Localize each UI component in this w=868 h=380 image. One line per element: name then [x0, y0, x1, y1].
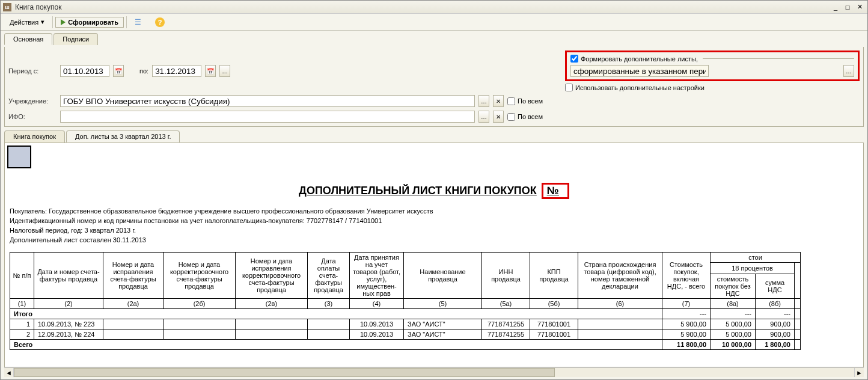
maximize-button[interactable]: □ — [842, 2, 853, 12]
close-button[interactable]: ✕ — [854, 2, 865, 12]
ifo-dots-button[interactable]: … — [478, 111, 489, 123]
settings-icon — [135, 18, 143, 26]
org-clear-button[interactable]: ✕ — [493, 95, 504, 107]
org-all-label: По всем — [518, 97, 543, 105]
th-7: Стоимость покупок, включая НДС, - всего — [662, 253, 711, 299]
th-3: Дата оплаты счета-фактуры продавца — [308, 253, 350, 299]
ifo-all-checkbox[interactable] — [507, 113, 515, 121]
period-line: Налоговый период, год: 3 квартал 2013 г. — [10, 225, 858, 235]
th-num: № п/п — [10, 253, 34, 299]
actions-label: Действия — [10, 19, 38, 26]
cn-7: (7) — [662, 299, 711, 309]
table-cell — [578, 319, 662, 329]
window-title: Книга покупок — [15, 3, 61, 11]
calendar-icon[interactable]: 📅 — [113, 65, 124, 77]
table-cell — [578, 329, 662, 340]
table-cell — [308, 329, 350, 340]
th-4: Дата принятия на учет товаров (работ, ус… — [350, 253, 404, 299]
report-title: ДОПОЛНИТЕЛЬНЫЙ ЛИСТ КНИГИ ПОКУПОК № — [5, 183, 863, 199]
calendar-icon[interactable]: 📅 — [205, 65, 216, 77]
table-cell: --- — [711, 309, 756, 319]
fieldset-line — [703, 58, 854, 59]
table-cell — [795, 340, 801, 350]
top-tabs: Основная Подписи Книга покупок по Постан… — [4, 33, 864, 45]
cn-2a: (2а) — [103, 299, 164, 309]
ifo-all-label: По всем — [518, 113, 543, 120]
play-icon — [61, 19, 66, 25]
scroll-left-icon[interactable]: ◄ — [4, 368, 14, 377]
form-button[interactable]: Сформировать — [55, 17, 124, 28]
table-cell: ЗАО "АИСТ" — [404, 319, 482, 329]
inn-line: Идентификационный номер и код причины по… — [10, 216, 858, 225]
cn-2b: (2б) — [164, 299, 236, 309]
org-label: Учреждение: — [8, 97, 57, 105]
table-cell: --- — [662, 309, 711, 319]
ifo-clear-button[interactable]: ✕ — [493, 111, 504, 123]
period-to-label: по: — [139, 67, 148, 75]
table-cell: 5 900,00 — [662, 319, 711, 329]
report-tabs: Книга покупок Доп. листы за 3 квартал 20… — [4, 130, 864, 142]
table-cell: 10 000,00 — [711, 340, 756, 350]
highlighted-options: Формировать дополнительные листы, … — [565, 51, 860, 81]
scroll-thumb[interactable] — [14, 368, 555, 377]
table-cell: Всего — [10, 340, 662, 350]
th-6: Страна происхождения товара (цифровой ко… — [578, 253, 662, 299]
table-cell — [164, 319, 236, 329]
org-all-checkbox[interactable] — [507, 97, 515, 105]
table-cell: 2 — [10, 329, 34, 340]
period-dots-button[interactable]: … — [219, 65, 230, 77]
table-cell — [103, 319, 164, 329]
cn-2: (2) — [34, 299, 103, 309]
period-from-label: Период с: — [8, 67, 57, 75]
period-from-input[interactable] — [60, 65, 109, 77]
cn-edge — [795, 299, 801, 309]
report-title-text: ДОПОЛНИТЕЛЬНЫЙ ЛИСТ КНИГИ ПОКУПОК — [299, 185, 537, 197]
tab-signatures[interactable]: Подписи — [53, 33, 98, 45]
table-cell — [236, 329, 308, 340]
extra-sheets-mode-input[interactable] — [570, 65, 709, 77]
cn-5: (5) — [404, 299, 482, 309]
table-cell: 1 800,00 — [756, 340, 795, 350]
toolbar: Действия ▾ Сформировать ? — [1, 14, 867, 31]
th-5a: ИНН продавца — [482, 253, 530, 299]
buyer-info: Покупатель: Государственное образователь… — [5, 204, 863, 247]
table-cell: 1 — [10, 319, 34, 329]
report-viewport[interactable]: ДОПОЛНИТЕЛЬНЫЙ ЛИСТ КНИГИ ПОКУПОК № Поку… — [4, 142, 864, 367]
extra-settings-checkbox[interactable] — [565, 84, 573, 91]
org-dots-button[interactable]: … — [478, 95, 489, 107]
filter-panel: Период с: 📅 по: 📅 … Формировать дополнит… — [4, 47, 864, 127]
table-cell: 12.09.2013, № 224 — [34, 329, 103, 340]
th-2v: Номер и дата исправления корректировочно… — [236, 253, 308, 299]
th-18pct: 18 процентов — [711, 263, 795, 274]
horizontal-scrollbar[interactable]: ◄ ► — [4, 367, 864, 377]
th-5: Наименование продавца — [404, 253, 482, 299]
tab-book[interactable]: Книга покупок — [4, 130, 65, 142]
cn-5a: (5а) — [482, 299, 530, 309]
table-cell — [795, 319, 801, 329]
help-button[interactable]: ? — [150, 16, 170, 29]
actions-dropdown[interactable]: Действия ▾ — [4, 16, 50, 28]
table-cell: 900,00 — [756, 319, 795, 329]
table-cell: 7718741255 — [482, 319, 530, 329]
extra-sheets-checkbox[interactable] — [570, 55, 578, 63]
extra-sheets-label: Формировать дополнительные листы, — [581, 55, 698, 63]
table-cell: 10.09.2013 — [350, 329, 404, 340]
th-2a: Номер и дата исправления счета-фактуры п… — [103, 253, 164, 299]
extra-settings-label: Использовать дополнительные настройки — [575, 84, 704, 91]
cn-2v: (2в) — [236, 299, 308, 309]
minimize-button[interactable]: _ — [830, 2, 841, 12]
tab-main[interactable]: Основная — [4, 33, 52, 45]
table-cell: 771801001 — [530, 329, 578, 340]
mode-dots-button[interactable]: … — [843, 65, 854, 77]
org-input[interactable] — [60, 95, 475, 107]
th-stoi: стои — [711, 253, 801, 263]
cn-6: (6) — [578, 299, 662, 309]
help-icon: ? — [155, 17, 165, 27]
scroll-right-icon[interactable]: ► — [854, 368, 864, 377]
titlebar: ш Книга покупок _ □ ✕ — [1, 1, 867, 14]
table-cell: 7718741255 — [482, 329, 530, 340]
ifo-input[interactable] — [60, 111, 475, 123]
settings-button[interactable] — [129, 16, 148, 28]
tab-extra-sheets[interactable]: Доп. листы за 3 квартал 2013 г. — [66, 130, 180, 142]
period-to-input[interactable] — [152, 65, 201, 77]
